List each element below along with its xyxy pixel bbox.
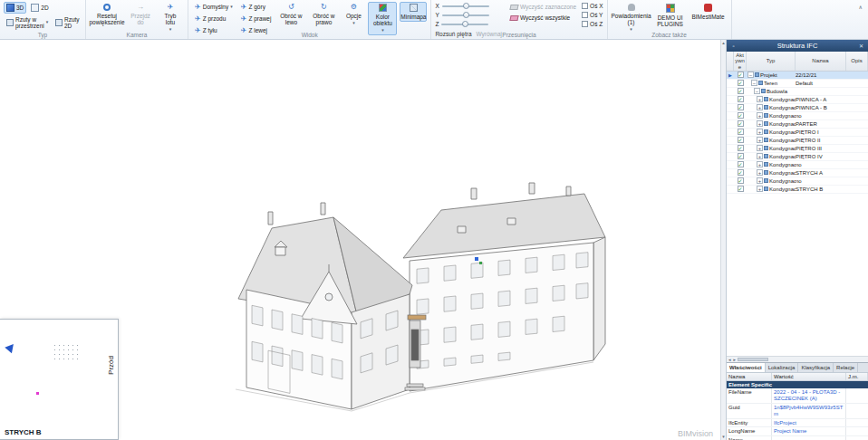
flight-mode-button[interactable]: ✈ Tryb lotu ▾ [157, 2, 184, 34]
scroll-left-icon[interactable]: ◄ [728, 358, 731, 362]
pin-icon[interactable]: ▫ [729, 43, 738, 49]
tree-row-kondygnacja[interactable]: ✓ +Kondygnacja STRYCH A [727, 169, 868, 177]
visibility-checkbox[interactable]: ✓ [738, 161, 744, 167]
z-slider-thumb[interactable] [462, 21, 468, 27]
expander-icon[interactable]: − [751, 80, 757, 86]
tree-row-kondygnacja[interactable]: ✓ +Kondygnacja PIWNICA - B [727, 104, 868, 112]
building-model[interactable] [228, 161, 612, 420]
view-top-button[interactable]: ✈ Z góry [238, 2, 275, 13]
tree-row-kondygnacja[interactable]: ✓ +Kondygnacja no [727, 161, 868, 169]
camera-position-icon[interactable] [5, 341, 16, 353]
prop-value-header[interactable]: Wartość [772, 373, 846, 380]
tree-row-kondygnacja[interactable]: ✓ +Kondygnacja PIĘTRO IV [727, 153, 868, 161]
expander-icon[interactable]: + [757, 112, 763, 119]
reset-zoom-button[interactable]: Resetuj powiększenie [90, 2, 124, 27]
tab-wlasciwosci[interactable]: Właściwości [727, 363, 766, 372]
tree-row-kondygnacja[interactable]: ✓ +Kondygnacja no [727, 112, 868, 120]
visibility-checkbox[interactable]: ✓ [738, 137, 744, 143]
tree-row-kondygnacja[interactable]: ✓ +Kondygnacja PARTER [727, 120, 868, 129]
expander-icon[interactable]: − [747, 72, 754, 78]
rzuty-przestrzeni-button[interactable]: Rzuty w przestrzeni ▾ [4, 14, 51, 31]
tree-row-kondygnacja[interactable]: ✓ +Kondygnacja PIWNICA - A [727, 96, 868, 104]
active-column-header[interactable]: Aktywne [734, 52, 747, 71]
visibility-checkbox[interactable]: ✓ [738, 169, 744, 176]
expander-icon[interactable]: + [757, 145, 763, 151]
ifc-structure-tree[interactable]: ▶ ✓ −Projekt 22/12/21 ✓ −Teren Default ✓… [727, 72, 868, 356]
minimap-toggle-button[interactable]: Minimapa [400, 2, 427, 22]
expander-icon[interactable]: + [757, 153, 763, 159]
property-row-longname[interactable]: LongName Project Name [727, 427, 868, 436]
expander-icon[interactable]: − [754, 88, 760, 94]
visibility-checkbox[interactable]: ✓ [738, 129, 744, 135]
property-row-name[interactable]: Name [727, 436, 868, 440]
axis-z-checkbox[interactable] [582, 21, 588, 27]
description-column-header[interactable]: Opis [846, 52, 868, 71]
clear-selected-button[interactable]: Wyczyść zaznaczone [507, 2, 579, 12]
axis-x-checkbox-row[interactable]: Oś X [582, 2, 603, 10]
x-offset-slider[interactable]: X [435, 2, 505, 10]
tree-row-kondygnacja[interactable]: ✓ +Kondygnacja PIĘTRO II [727, 137, 868, 145]
options-button[interactable]: ⚙ Opcje ▾ [342, 2, 365, 28]
visibility-checkbox[interactable]: ✓ [738, 96, 744, 102]
demo-plugins-button[interactable]: DEMO UI PLUGINS [654, 2, 687, 29]
expander-icon[interactable]: + [757, 161, 763, 167]
z-offset-slider[interactable]: Z [435, 20, 505, 28]
notifications-button[interactable]: Powiadomienia (1) ▾ [612, 2, 651, 34]
y-slider-track[interactable] [442, 14, 489, 16]
scrollbar-thumb[interactable] [738, 358, 768, 361]
close-icon[interactable]: ✕ [857, 43, 865, 49]
visibility-checkbox[interactable]: ✓ [738, 120, 744, 127]
visibility-checkbox[interactable]: ✓ [738, 145, 744, 151]
axis-y-checkbox[interactable] [582, 12, 588, 18]
visibility-checkbox[interactable]: ✓ [738, 186, 744, 192]
visibility-checkbox[interactable]: ✓ [738, 88, 744, 94]
view-2d-button[interactable]: 2D [28, 2, 51, 14]
property-row-filename[interactable]: FileName 2022 - 04 - 14 - PŁOTA3D - SZCZ… [727, 388, 868, 404]
visibility-checkbox[interactable]: ✓ [738, 153, 744, 159]
property-row-ifcentity[interactable]: IfcEntity IfcProject [727, 419, 868, 428]
prop-name-header[interactable]: Nazwa [727, 373, 772, 380]
tree-row-kondygnacja[interactable]: ✓ +Kondygnacja no [727, 177, 868, 186]
minimap-panel[interactable]: Przód STRYCH B [0, 319, 119, 440]
expander-icon[interactable]: + [757, 104, 763, 110]
visibility-checkbox[interactable]: ✓ [738, 80, 744, 86]
clear-all-button[interactable]: Wyczyść wszystkie [507, 13, 579, 23]
visibility-checkbox[interactable]: ✓ [738, 104, 744, 110]
y-offset-slider[interactable]: Y [435, 11, 505, 19]
view-right-button[interactable]: ✈ Z prawej [238, 14, 275, 24]
tree-horizontal-scrollbar[interactable]: ◄ ► [727, 356, 868, 362]
expander-icon[interactable]: + [757, 129, 763, 135]
tab-klasyfikacja[interactable]: Klasyfikacja [798, 363, 834, 372]
visibility-checkbox[interactable]: ✓ [738, 72, 744, 78]
expander-icon[interactable]: + [757, 169, 763, 176]
axis-z-checkbox-row[interactable]: Oś Z [582, 20, 603, 28]
x-slider-track[interactable] [442, 5, 489, 7]
bimestimate-button[interactable]: BIMestiMate [690, 2, 728, 22]
view-3d-button[interactable]: 3D [4, 2, 26, 14]
object-color-button[interactable]: Kolor obiektu ▾ [368, 2, 397, 35]
type-column-header[interactable]: Typ [747, 52, 796, 71]
visibility-checkbox[interactable]: ✓ [738, 112, 744, 119]
axis-y-checkbox-row[interactable]: Oś Y [582, 11, 603, 19]
goto-button[interactable]: → Przejdź do [127, 2, 154, 27]
tree-row-teren[interactable]: ✓ −Teren Default [727, 80, 868, 88]
expander-icon[interactable]: + [757, 120, 763, 127]
rzuty-2d-button[interactable]: Rzuty 2D [53, 14, 82, 31]
expander-icon[interactable]: + [757, 96, 763, 102]
tree-row-projekt[interactable]: ▶ ✓ −Projekt 22/12/21 [727, 72, 868, 80]
tab-lokalizacja[interactable]: Lokalizacja [766, 363, 799, 372]
tab-relacje[interactable]: Relacje [834, 363, 858, 372]
rotate-left-button[interactable]: ↺ Obróć w lewo [276, 2, 305, 27]
z-slider-track[interactable] [441, 24, 488, 25]
expander-icon[interactable]: + [757, 177, 763, 184]
expander-icon[interactable]: + [757, 186, 763, 192]
rotate-right-button[interactable]: ↻ Obróć w prawo [308, 2, 339, 27]
expander-icon[interactable]: + [757, 137, 763, 143]
scroll-right-icon[interactable]: ► [732, 358, 736, 362]
prop-unit-header[interactable]: J.m. [846, 373, 868, 380]
tree-row-kondygnacja[interactable]: ✓ +Kondygnacja PIĘTRO I [727, 129, 868, 137]
y-slider-thumb[interactable] [463, 12, 469, 18]
name-column-header[interactable]: Nazwa [796, 52, 846, 71]
property-row-guid[interactable]: Guid 1n$8Pjvb4HwW9SW93z5STm [727, 404, 868, 419]
tree-row-budowla[interactable]: ✓ −Budowla [727, 88, 868, 96]
